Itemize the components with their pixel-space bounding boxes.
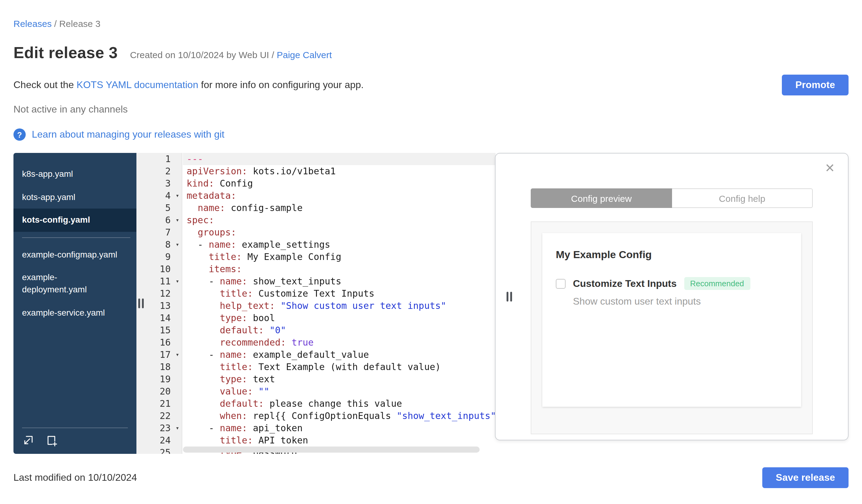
file-tree-item[interactable]: example-service.yaml [13, 301, 136, 324]
kots-docs-link[interactable]: KOTS YAML documentation [77, 80, 198, 90]
gutter-line-number[interactable]: 9 [136, 251, 182, 263]
gutter-line-number[interactable]: 15 [136, 324, 182, 336]
code-line[interactable]: --- [183, 153, 496, 165]
fold-arrow-icon[interactable]: ▾ [175, 214, 179, 226]
tab-config-help[interactable]: Config help [672, 188, 813, 208]
gutter-line-number[interactable]: 1 [136, 153, 182, 165]
file-tree-divider [22, 237, 130, 238]
config-checkbox[interactable] [556, 279, 565, 288]
resize-handle-right[interactable] [507, 292, 512, 302]
code-token: title: [220, 361, 253, 372]
code-token: "show_text_inputs" [396, 410, 496, 422]
gutter-line-number[interactable]: 5 [136, 202, 182, 214]
gutter-line-number[interactable]: 14 [136, 312, 182, 324]
gutter-line-number[interactable]: 18 [136, 361, 182, 373]
fold-arrow-icon[interactable]: ▾ [175, 239, 179, 251]
gutter-line-number[interactable]: 12 [136, 288, 182, 300]
gutter-line-number[interactable]: 21 [136, 398, 182, 410]
save-release-button[interactable]: Save release [762, 467, 849, 488]
help-icon[interactable]: ? [13, 129, 26, 141]
code-token [186, 227, 198, 238]
code-token: Config [214, 178, 253, 189]
breadcrumb-releases-link[interactable]: Releases [13, 18, 52, 29]
code-token: repl{{ ConfigOptionEquals [247, 410, 397, 422]
gutter-line-number[interactable]: 8▾ [136, 239, 182, 251]
code-token: title: [220, 288, 253, 299]
code-line[interactable]: kind: Config [183, 177, 496, 190]
preview-tabs: Config previewConfig help [531, 188, 813, 208]
code-line[interactable]: metadata: [183, 190, 496, 202]
code-token: - [186, 349, 220, 360]
code-line[interactable]: - name: example_settings [183, 239, 496, 251]
gutter-line-number[interactable]: 6▾ [136, 214, 182, 226]
gutter-line-number[interactable]: 20 [136, 385, 182, 398]
fold-arrow-icon[interactable]: ▾ [175, 275, 179, 288]
resize-handle-left[interactable] [138, 299, 144, 308]
file-tree-item[interactable]: kots-config.yaml [13, 209, 136, 231]
gutter-line-number[interactable]: 10 [136, 263, 182, 275]
resize-bar [507, 292, 508, 302]
code-line[interactable]: name: config-sample [183, 202, 496, 214]
file-tree-item[interactable]: example-configmap.yaml [13, 243, 136, 266]
gutter-line-number[interactable]: 24 [136, 434, 182, 447]
code-token: type: [220, 374, 247, 385]
file-tree-item[interactable]: k8s-app.yaml [13, 163, 136, 186]
new-file-icon[interactable] [45, 434, 57, 447]
recommended-badge: Recommended [684, 277, 750, 290]
code-line[interactable]: title: API token [183, 434, 496, 447]
gutter-line-number[interactable]: 16 [136, 336, 182, 349]
git-row: ? Learn about managing your releases wit… [13, 129, 849, 141]
fold-arrow-icon[interactable]: ▾ [175, 422, 179, 434]
code-token: spec: [186, 215, 214, 226]
code-line[interactable]: help_text: "Show custom user text inputs… [183, 300, 496, 312]
code-editor[interactable]: 1234▾56▾78▾91011▾121314151617▾1819202122… [136, 153, 496, 454]
fold-arrow-icon[interactable]: ▾ [175, 190, 179, 202]
gutter-line-number[interactable]: 25 [136, 447, 182, 454]
tab-config-preview[interactable]: Config preview [531, 188, 672, 208]
file-tree-item[interactable]: kots-app.yaml [13, 186, 136, 209]
code-line[interactable]: items: [183, 263, 496, 275]
gutter-line-number[interactable]: 17▾ [136, 349, 182, 361]
code-token [253, 386, 259, 397]
code-line[interactable]: - name: example_default_value [183, 349, 496, 361]
gutter-line-number[interactable]: 11▾ [136, 275, 182, 288]
promote-button[interactable]: Promote [782, 75, 849, 95]
file-tree-list: k8s-app.yamlkots-app.yamlkots-config.yam… [13, 153, 136, 324]
gutter-line-number[interactable]: 4▾ [136, 190, 182, 202]
code-line[interactable]: apiVersion: kots.io/v1beta1 [183, 165, 496, 177]
code-line[interactable]: type: text [183, 373, 496, 385]
code-line[interactable]: - name: api_token [183, 422, 496, 434]
footer-row: Last modified on 10/10/2024 Save release [13, 467, 849, 488]
code-token: text [247, 374, 275, 385]
editor-horizontal-scrollbar[interactable] [183, 447, 492, 453]
scrollbar-thumb[interactable] [183, 447, 480, 453]
code-line[interactable]: groups: [183, 226, 496, 239]
upload-file-icon[interactable] [22, 434, 34, 447]
file-tree-item[interactable]: example-deployment.yaml [13, 266, 136, 301]
code-line[interactable]: spec: [183, 214, 496, 226]
gutter-line-number[interactable]: 22 [136, 410, 182, 422]
code-line[interactable]: when: repl{{ ConfigOptionEquals "show_te… [183, 410, 496, 422]
code-line[interactable]: value: "" [183, 385, 496, 398]
config-preview-panel: × Config previewConfig help My Example C… [495, 153, 849, 440]
code-line[interactable]: title: My Example Config [183, 251, 496, 263]
close-icon[interactable]: × [825, 160, 835, 175]
gutter-line-number[interactable]: 2 [136, 165, 182, 177]
code-line[interactable]: - name: show_text_inputs [183, 275, 496, 288]
code-line[interactable]: default: please change this value [183, 398, 496, 410]
code-line[interactable]: title: Text Example (with default value) [183, 361, 496, 373]
code-token: "Show custom user text inputs" [280, 300, 446, 311]
code-line[interactable]: title: Customize Text Inputs [183, 288, 496, 300]
code-token: "0" [270, 325, 286, 336]
gutter-line-number[interactable]: 19 [136, 373, 182, 385]
code-line[interactable]: recommended: true [183, 336, 496, 349]
code-line[interactable]: type: bool [183, 312, 496, 324]
gutter-line-number[interactable]: 7 [136, 226, 182, 239]
code-line[interactable]: default: "0" [183, 324, 496, 336]
gutter-line-number[interactable]: 23▾ [136, 422, 182, 434]
author-link[interactable]: Paige Calvert [277, 50, 332, 60]
code-token: config-sample [225, 202, 302, 213]
git-docs-link[interactable]: Learn about managing your releases with … [32, 129, 224, 140]
fold-arrow-icon[interactable]: ▾ [175, 349, 179, 361]
gutter-line-number[interactable]: 3 [136, 177, 182, 190]
